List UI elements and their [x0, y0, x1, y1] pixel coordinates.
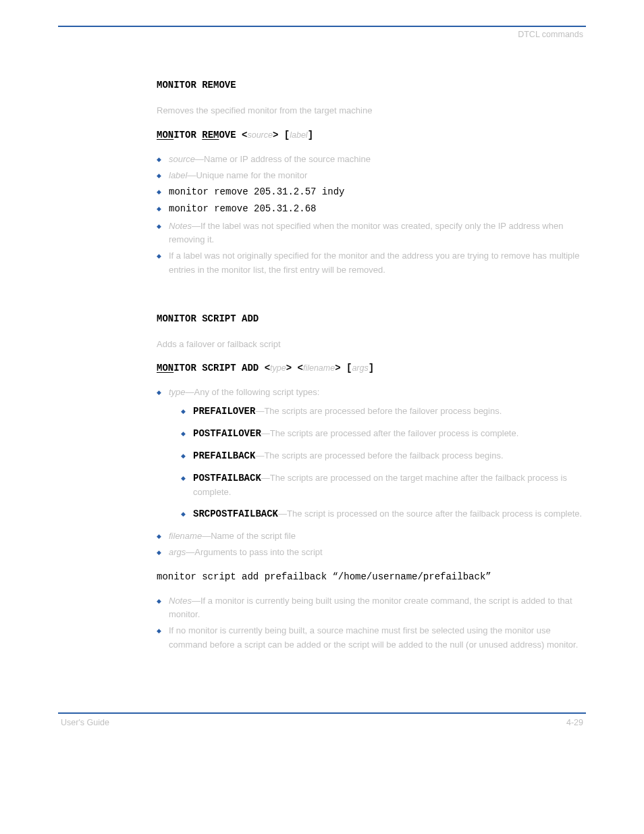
type-sublist: PREFAILOVER—The scripts are processed be…: [181, 405, 586, 521]
cmd-syntax: MONITOR SCRIPT ADD <type> <filename> [ar…: [157, 363, 586, 373]
notes-list: Notes—If a monitor is currently being bu…: [157, 594, 586, 652]
page-header-caption: DTCL commands: [58, 30, 586, 39]
footer-page: 4-29: [566, 718, 583, 727]
cmd-desc: Adds a failover or failback script: [157, 338, 586, 351]
cmd-syntax: MONITOR REMOVE <source> [label]: [157, 130, 586, 140]
cmd-title-monitor-remove: MONITOR REMOVE: [157, 80, 586, 90]
options-list: type—Any of the following script types: …: [157, 386, 586, 559]
example-line: monitor script add prefailback “/home/us…: [157, 571, 586, 582]
cmd-title-monitor-script-add: MONITOR SCRIPT ADD: [157, 313, 586, 324]
options-list: source—Name or IP address of the source …: [157, 153, 586, 277]
cmd-desc: Removes the specified monitor from the t…: [157, 104, 586, 118]
footer-book: User's Guide: [61, 718, 109, 727]
